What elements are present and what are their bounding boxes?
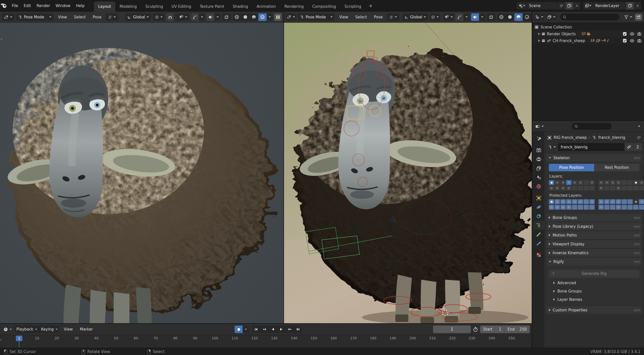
timeline-ruler[interactable]: › 1 102030405060708090100110120130140150… bbox=[0, 335, 532, 346]
layer-toggle[interactable] bbox=[549, 199, 554, 204]
panel-custom-properties[interactable]: Custom Properties bbox=[546, 306, 642, 314]
new-collection-button[interactable] bbox=[635, 14, 642, 21]
layer-toggle[interactable] bbox=[622, 180, 627, 185]
tab-object[interactable] bbox=[533, 193, 544, 203]
layer-toggle[interactable] bbox=[566, 199, 571, 204]
mode-selector[interactable]: Pose Mode bbox=[298, 13, 335, 21]
scene-pin-button[interactable] bbox=[558, 2, 565, 10]
layer-toggle[interactable] bbox=[610, 199, 615, 204]
layer-toggle[interactable] bbox=[633, 180, 638, 185]
expand-icon[interactable] bbox=[538, 33, 540, 35]
layer-toggle[interactable] bbox=[633, 199, 638, 204]
scene-new-button[interactable] bbox=[565, 2, 573, 10]
menu-file[interactable]: File bbox=[9, 2, 21, 10]
shading-material-button[interactable] bbox=[514, 13, 523, 21]
xray-toggle[interactable] bbox=[222, 13, 231, 21]
auto-key-settings-button[interactable] bbox=[243, 326, 249, 333]
scene-browse-button[interactable] bbox=[517, 2, 527, 10]
layer-toggle[interactable] bbox=[555, 180, 560, 185]
layer-toggle[interactable] bbox=[572, 186, 577, 190]
workspace-tab-layout[interactable]: Layout bbox=[94, 2, 115, 12]
subpanel-bone-groups[interactable]: Bone Groups bbox=[551, 287, 640, 295]
layer-toggle[interactable] bbox=[639, 205, 644, 210]
layer-toggle[interactable] bbox=[560, 186, 566, 190]
tab-bone[interactable] bbox=[533, 230, 544, 239]
snap-toggle[interactable] bbox=[166, 13, 174, 21]
subpanel-layer-names[interactable]: Layer Names bbox=[551, 295, 640, 304]
checkbox-icon[interactable] bbox=[623, 39, 627, 43]
datablock-browse-button[interactable] bbox=[546, 143, 558, 151]
pause-button[interactable] bbox=[274, 13, 282, 21]
select-menu[interactable]: Select bbox=[71, 13, 88, 21]
layer-toggle[interactable] bbox=[584, 205, 589, 210]
snap-settings-button[interactable] bbox=[174, 13, 175, 21]
workspace-tab-shading[interactable]: Shading bbox=[228, 2, 252, 12]
workspace-tab-animation[interactable]: Animation bbox=[252, 2, 280, 12]
jump-to-start-button[interactable] bbox=[252, 326, 260, 333]
scene-name[interactable]: Scene bbox=[527, 2, 557, 10]
tab-object-data[interactable] bbox=[533, 221, 544, 230]
datablock-users-button[interactable]: 2 bbox=[633, 143, 642, 151]
layer-toggle[interactable] bbox=[598, 199, 604, 204]
layer-toggle[interactable] bbox=[584, 186, 589, 190]
orientation-selector[interactable]: Global bbox=[402, 13, 428, 21]
view-menu[interactable]: View bbox=[55, 13, 70, 21]
panel-grip[interactable] bbox=[633, 309, 639, 311]
breadcrumb-data[interactable]: franck_blenrig bbox=[598, 135, 625, 140]
tab-object-constraints[interactable] bbox=[533, 212, 544, 221]
overlays-settings-button[interactable] bbox=[479, 13, 485, 21]
tab-output[interactable] bbox=[533, 155, 544, 164]
pose-menu[interactable]: Pose bbox=[90, 13, 104, 21]
editor-type-button[interactable] bbox=[2, 13, 15, 21]
filter-button[interactable] bbox=[623, 14, 633, 21]
layer-toggle[interactable] bbox=[639, 180, 644, 185]
view-layer-remove-button[interactable]: × bbox=[634, 2, 641, 10]
overlays-toggle[interactable] bbox=[206, 13, 214, 21]
layer-toggle[interactable] bbox=[616, 186, 621, 190]
view-menu[interactable]: View bbox=[336, 13, 351, 21]
layer-toggle[interactable] bbox=[578, 186, 583, 190]
layer-toggle[interactable] bbox=[598, 180, 604, 185]
stopwatch-icon[interactable] bbox=[473, 327, 478, 332]
gizmo-settings-button[interactable] bbox=[199, 13, 205, 21]
overlays-settings-button[interactable] bbox=[215, 13, 221, 21]
layer-toggle[interactable] bbox=[610, 186, 615, 190]
layer-toggle[interactable] bbox=[627, 199, 633, 204]
layer-toggle[interactable] bbox=[578, 205, 583, 210]
visibility-dropdown[interactable] bbox=[176, 13, 190, 21]
panel-grip[interactable] bbox=[633, 252, 639, 254]
generate-rig-button[interactable]: Generate Rig bbox=[549, 270, 639, 278]
shading-rendered-button[interactable] bbox=[258, 13, 267, 21]
jump-to-end-button[interactable] bbox=[294, 326, 302, 333]
tab-world[interactable] bbox=[533, 182, 544, 191]
menu-window[interactable]: Window bbox=[53, 2, 73, 10]
scene-unlink-button[interactable]: × bbox=[574, 2, 580, 10]
gizmo-toggle[interactable] bbox=[456, 13, 463, 21]
end-frame-field[interactable]: End 250 bbox=[505, 326, 530, 333]
layer-toggle[interactable] bbox=[549, 186, 554, 190]
gizmo-settings-button[interactable] bbox=[464, 13, 470, 21]
pose-position-button[interactable]: Pose Position bbox=[549, 164, 594, 171]
view-layer-browse-button[interactable] bbox=[583, 2, 593, 10]
layer-toggle[interactable] bbox=[610, 205, 615, 210]
gizmo-toggle[interactable] bbox=[191, 13, 199, 21]
auto-key-toggle[interactable] bbox=[235, 326, 243, 333]
current-frame-field[interactable]: 1 bbox=[433, 326, 471, 333]
panel-grip[interactable] bbox=[633, 243, 639, 245]
display-mode-button[interactable] bbox=[546, 14, 557, 21]
workspace-tab-compositing[interactable]: Compositing bbox=[308, 2, 340, 12]
layer-toggle[interactable] bbox=[578, 180, 583, 185]
outliner-row-render-objects[interactable]: Render Objects 2 bbox=[532, 30, 644, 37]
playhead-marker[interactable]: 1 bbox=[16, 336, 22, 341]
viewport-rendered-canvas[interactable]: ‹ bbox=[0, 23, 283, 323]
eye-icon[interactable] bbox=[630, 39, 634, 43]
region-collapse-arrow[interactable]: › bbox=[0, 337, 2, 342]
workspace-tab-texture-paint[interactable]: Texture Paint bbox=[195, 2, 228, 12]
shading-settings-button[interactable] bbox=[267, 13, 273, 21]
layer-toggle[interactable] bbox=[622, 205, 627, 210]
layer-toggle[interactable] bbox=[578, 199, 583, 204]
layer-toggle[interactable] bbox=[627, 180, 633, 185]
menu-edit[interactable]: Edit bbox=[21, 2, 34, 10]
layer-toggle[interactable] bbox=[560, 180, 566, 185]
shading-solid-button[interactable] bbox=[506, 13, 514, 21]
